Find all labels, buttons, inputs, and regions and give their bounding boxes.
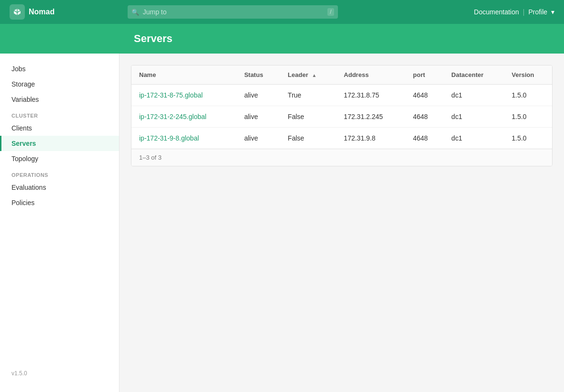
cell-status-0: alive <box>237 85 280 106</box>
logo-text: Nomad <box>29 8 54 16</box>
main-layout: Jobs Storage Variables CLUSTER Clients S… <box>0 54 564 392</box>
cell-address-0: 172.31.8.75 <box>336 85 405 106</box>
page-title: Servers <box>134 33 173 44</box>
table-row: ip-172-31-8-75.global alive True 172.31.… <box>131 85 552 106</box>
sidebar-item-policies[interactable]: Policies <box>0 195 119 210</box>
col-header-datacenter[interactable]: Datacenter <box>444 65 504 85</box>
logo-icon <box>10 4 25 20</box>
table-pagination: 1–3 of 3 <box>131 149 552 166</box>
cell-address-2: 172.31.9.8 <box>336 128 405 149</box>
sidebar-item-storage[interactable]: Storage <box>0 76 119 92</box>
search-input[interactable] <box>128 5 338 19</box>
cell-name-0: ip-172-31-8-75.global <box>131 85 237 106</box>
sidebar-footer: v1.5.0 <box>0 362 119 384</box>
sidebar-item-jobs[interactable]: Jobs <box>0 61 119 76</box>
sidebar-item-topology[interactable]: Topology <box>0 151 119 166</box>
cell-datacenter-1: dc1 <box>444 106 504 128</box>
col-header-leader[interactable]: Leader ▲ <box>280 65 336 85</box>
cell-port-1: 4648 <box>405 106 444 128</box>
pagination-label: 1–3 of 3 <box>139 154 162 161</box>
server-link-1[interactable]: ip-172-31-2-245.global <box>139 113 206 120</box>
sidebar-item-servers[interactable]: Servers <box>0 136 119 151</box>
version-label: v1.5.0 <box>11 370 27 377</box>
search-bar: 🔍 / <box>128 5 338 19</box>
profile-chevron-icon: ▾ <box>551 8 554 16</box>
col-header-status[interactable]: Status <box>237 65 280 85</box>
col-header-name[interactable]: Name <box>131 65 237 85</box>
sort-asc-icon: ▲ <box>312 73 316 78</box>
cell-leader-2: False <box>280 128 336 149</box>
search-shortcut: / <box>327 8 334 16</box>
cell-datacenter-2: dc1 <box>444 128 504 149</box>
cell-version-1: 1.5.0 <box>504 106 552 128</box>
servers-table-container: Name Status Leader ▲ Address <box>131 65 553 166</box>
col-header-address[interactable]: Address <box>336 65 405 85</box>
cell-address-1: 172.31.2.245 <box>336 106 405 128</box>
cell-status-1: alive <box>237 106 280 128</box>
col-header-version[interactable]: Version <box>504 65 552 85</box>
cell-status-2: alive <box>237 128 280 149</box>
page-header: Servers <box>0 24 564 54</box>
cell-version-0: 1.5.0 <box>504 85 552 106</box>
server-link-0[interactable]: ip-172-31-8-75.global <box>139 91 203 99</box>
cell-leader-0: True <box>280 85 336 106</box>
col-header-port[interactable]: port <box>405 65 444 85</box>
operations-section-label: OPERATIONS <box>0 166 119 180</box>
documentation-link[interactable]: Documentation <box>474 8 519 16</box>
table-row: ip-172-31-2-245.global alive False 172.3… <box>131 106 552 128</box>
cell-port-2: 4648 <box>405 128 444 149</box>
profile-link[interactable]: Profile ▾ <box>528 8 554 16</box>
sidebar-item-clients[interactable]: Clients <box>0 120 119 136</box>
cell-version-2: 1.5.0 <box>504 128 552 149</box>
table-row: ip-172-31-9-8.global alive False 172.31.… <box>131 128 552 149</box>
server-link-2[interactable]: ip-172-31-9-8.global <box>139 134 199 142</box>
sidebar-item-variables[interactable]: Variables <box>0 92 119 107</box>
nav-divider: | <box>523 8 525 16</box>
sidebar: Jobs Storage Variables CLUSTER Clients S… <box>0 54 119 392</box>
sidebar-item-evaluations[interactable]: Evaluations <box>0 180 119 195</box>
search-icon: 🔍 <box>131 9 139 16</box>
cell-port-0: 4648 <box>405 85 444 106</box>
servers-table: Name Status Leader ▲ Address <box>131 65 552 149</box>
profile-label: Profile <box>528 8 547 16</box>
cluster-section-label: CLUSTER <box>0 107 119 120</box>
cell-name-2: ip-172-31-9-8.global <box>131 128 237 149</box>
cell-datacenter-0: dc1 <box>444 85 504 106</box>
logo-link[interactable]: Nomad <box>10 4 54 20</box>
cell-name-1: ip-172-31-2-245.global <box>131 106 237 128</box>
main-content: Name Status Leader ▲ Address <box>119 54 564 392</box>
cell-leader-1: False <box>280 106 336 128</box>
table-header-row: Name Status Leader ▲ Address <box>131 65 552 85</box>
topnav: Nomad 🔍 / Documentation | Profile ▾ <box>0 0 564 24</box>
topnav-right: Documentation | Profile ▾ <box>474 8 554 16</box>
